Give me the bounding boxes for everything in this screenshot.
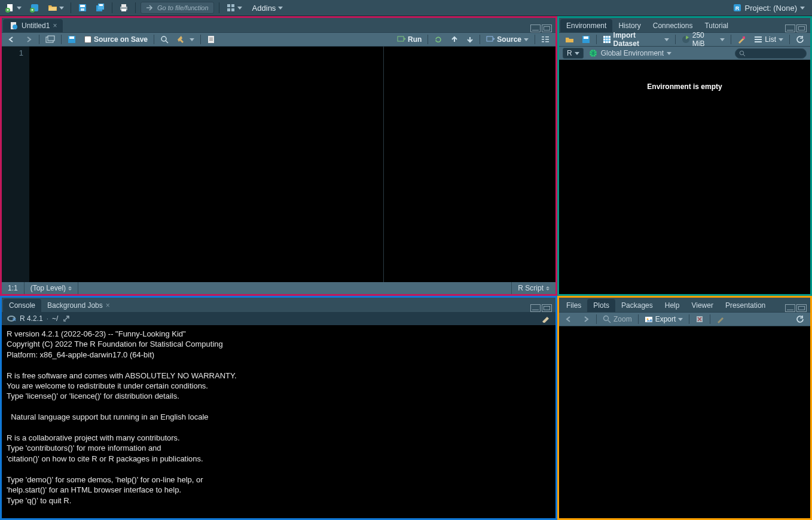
new-project-button[interactable]	[28, 2, 41, 14]
popout-icon[interactable]	[62, 314, 71, 323]
pane-minimize-icon[interactable]	[530, 25, 541, 32]
load-workspace-button[interactable]	[563, 33, 576, 45]
close-icon[interactable]: ×	[106, 301, 110, 310]
cursor-position[interactable]: 1:1	[2, 282, 25, 294]
pane-maximize-icon[interactable]	[542, 25, 552, 32]
open-file-button[interactable]	[46, 2, 66, 14]
clear-workspace-button[interactable]	[735, 33, 748, 45]
zoom-button[interactable]: Zoom	[600, 313, 634, 325]
import-dataset-button[interactable]: Import Dataset	[600, 33, 671, 45]
code-area[interactable]	[29, 47, 555, 282]
working-dir-label: ~/	[52, 314, 58, 323]
plot-next-button[interactable]	[579, 313, 593, 325]
workspace-panes-button[interactable]	[224, 2, 244, 14]
code-tools-button[interactable]	[175, 33, 197, 45]
tab-connections[interactable]: Connections	[647, 19, 699, 32]
svg-rect-17	[227, 4, 230, 7]
svg-rect-37	[542, 39, 544, 40]
tab-environment[interactable]: Environment	[560, 19, 612, 32]
refresh-env-button[interactable]	[793, 33, 807, 45]
svg-rect-46	[743, 36, 745, 39]
env-search-input[interactable]	[735, 48, 807, 59]
tab-history[interactable]: History	[612, 19, 646, 32]
tab-viewer[interactable]: Viewer	[685, 299, 719, 312]
plot-area	[559, 326, 810, 518]
view-mode-button[interactable]: List	[752, 33, 786, 45]
file-type-selector[interactable]: R Script	[511, 282, 555, 294]
rerun-button[interactable]	[432, 33, 445, 45]
source-label: Source	[497, 35, 521, 44]
tab-console[interactable]: Console	[3, 299, 41, 312]
new-file-icon	[5, 3, 15, 13]
memory-usage-button[interactable]: 250 MiB	[679, 33, 727, 45]
pane-maximize-icon[interactable]	[796, 25, 807, 32]
goto-file-function[interactable]: Go to file/function	[141, 2, 214, 14]
pane-minimize-icon[interactable]	[530, 304, 541, 312]
pane-minimize-icon[interactable]	[785, 304, 795, 312]
editor-area[interactable]: 1	[2, 47, 555, 282]
find-replace-button[interactable]	[158, 33, 171, 45]
compile-report-button[interactable]	[204, 33, 218, 45]
outline-toggle-button[interactable]	[539, 33, 552, 45]
export-button[interactable]: Export	[642, 313, 686, 325]
addins-label: Addins	[252, 4, 276, 13]
language-selector[interactable]: R	[563, 48, 584, 59]
save-all-button[interactable]	[94, 2, 107, 14]
pane-minimize-icon[interactable]	[785, 25, 795, 32]
svg-rect-7	[32, 9, 32, 11]
svg-rect-13	[99, 4, 103, 6]
save-source-button[interactable]	[65, 33, 78, 45]
tab-files[interactable]: Files	[560, 299, 587, 312]
pane-maximize-icon[interactable]	[796, 304, 807, 312]
pane-maximize-icon[interactable]	[542, 304, 552, 312]
plots-tabs: Files Plots Packages Help Viewer Present…	[559, 298, 810, 312]
r-version-label: R 4.2.1	[20, 314, 43, 323]
source-on-save-toggle[interactable]: Source on Save	[82, 33, 150, 45]
grid-data-icon	[603, 35, 611, 44]
source-tab-untitled1[interactable]: Untitled1 ×	[3, 19, 63, 32]
plot-prev-button[interactable]	[563, 313, 576, 325]
print-button[interactable]	[117, 2, 130, 14]
svg-text:R: R	[735, 5, 739, 11]
clear-console-button[interactable]	[541, 314, 551, 323]
addins-menu[interactable]: Addins	[249, 4, 287, 13]
run-button[interactable]: Run	[395, 33, 424, 45]
source-toolbar: Source on Save Run Source	[2, 32, 555, 47]
nav-forward-button[interactable]	[22, 33, 35, 45]
console-output[interactable]: R version 4.2.1 (2022-06-23) -- "Funny-L…	[2, 325, 555, 518]
save-workspace-button[interactable]	[579, 33, 593, 45]
plots-toolbar: Zoom Export	[559, 312, 810, 326]
clear-all-plots-button[interactable]	[714, 313, 727, 325]
svg-rect-49	[755, 41, 762, 42]
globe-icon	[588, 48, 598, 58]
new-file-button[interactable]	[4, 2, 23, 14]
project-menu[interactable]: R Project: (None)	[729, 3, 808, 13]
refresh-plots-button[interactable]	[793, 313, 807, 325]
console-header: R R 4.2.1 · ~/	[2, 312, 555, 325]
show-in-new-window-button[interactable]	[43, 33, 57, 45]
scope-selector[interactable]: (Top Level)	[25, 282, 78, 294]
search-icon	[739, 50, 746, 57]
go-to-prev-section-button[interactable]	[448, 33, 460, 45]
run-label: Run	[408, 35, 422, 44]
tab-plots[interactable]: Plots	[587, 299, 615, 312]
source-tab-title: Untitled1	[22, 22, 50, 30]
tab-help[interactable]: Help	[659, 299, 686, 312]
svg-rect-33	[209, 40, 213, 41]
go-to-next-section-button[interactable]	[464, 33, 476, 45]
tab-presentation[interactable]: Presentation	[719, 299, 771, 312]
tab-background-jobs[interactable]: Background Jobs×	[41, 299, 116, 312]
svg-rect-15	[121, 4, 126, 7]
nav-back-button[interactable]	[5, 33, 19, 45]
remove-plot-button[interactable]	[693, 313, 706, 325]
tab-tutorial[interactable]: Tutorial	[698, 19, 734, 32]
save-button[interactable]	[76, 2, 89, 14]
environment-scope-selector[interactable]: Global Environment	[588, 48, 671, 58]
source-dropdown-button[interactable]: Source	[484, 33, 531, 45]
svg-rect-3	[7, 9, 8, 11]
svg-point-24	[13, 25, 17, 29]
svg-point-51	[740, 51, 743, 54]
tab-packages[interactable]: Packages	[615, 299, 659, 312]
close-icon[interactable]: ×	[53, 22, 57, 30]
zoom-icon	[603, 315, 611, 323]
